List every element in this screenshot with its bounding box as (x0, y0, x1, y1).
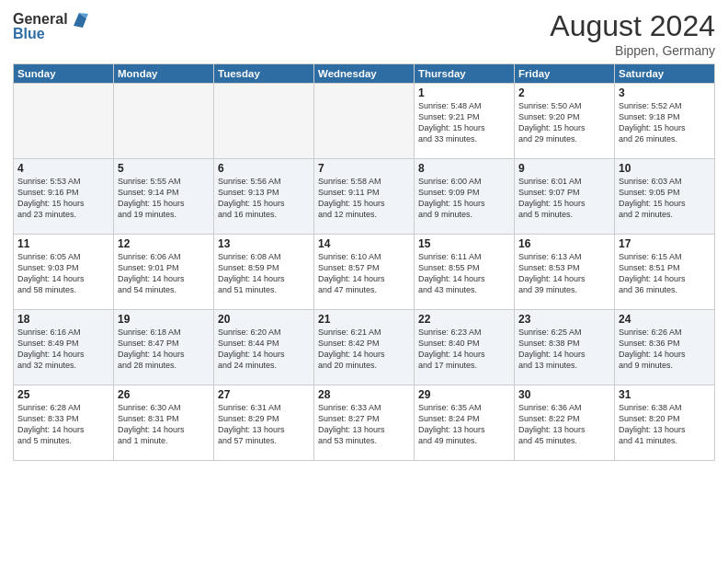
calendar-cell: 24Sunrise: 6:26 AM Sunset: 8:36 PM Dayli… (615, 310, 715, 385)
day-info: Sunrise: 6:25 AM Sunset: 8:38 PM Dayligh… (518, 327, 610, 372)
calendar-cell: 28Sunrise: 6:33 AM Sunset: 8:27 PM Dayli… (314, 385, 415, 461)
calendar-cell: 15Sunrise: 6:11 AM Sunset: 8:55 PM Dayli… (415, 235, 515, 310)
location: Bippen, Germany (550, 43, 715, 58)
calendar-cell: 11Sunrise: 6:05 AM Sunset: 9:03 PM Dayli… (14, 235, 114, 310)
header: General Blue August 2024 Bippen, Germany (13, 9, 715, 58)
day-info: Sunrise: 6:16 AM Sunset: 8:49 PM Dayligh… (17, 327, 109, 372)
logo: General Blue (13, 9, 88, 42)
day-info: Sunrise: 6:08 AM Sunset: 8:59 PM Dayligh… (218, 251, 310, 296)
day-number: 20 (218, 313, 310, 326)
calendar-cell: 18Sunrise: 6:16 AM Sunset: 8:49 PM Dayli… (14, 310, 114, 385)
calendar-cell: 19Sunrise: 6:18 AM Sunset: 8:47 PM Dayli… (114, 310, 214, 385)
day-info: Sunrise: 6:30 AM Sunset: 8:31 PM Dayligh… (118, 402, 210, 447)
calendar-week-row: 25Sunrise: 6:28 AM Sunset: 8:33 PM Dayli… (14, 385, 715, 461)
calendar-week-row: 18Sunrise: 6:16 AM Sunset: 8:49 PM Dayli… (14, 310, 715, 385)
calendar-cell: 20Sunrise: 6:20 AM Sunset: 8:44 PM Dayli… (214, 310, 314, 385)
calendar-cell: 27Sunrise: 6:31 AM Sunset: 8:29 PM Dayli… (214, 385, 314, 461)
calendar-cell: 23Sunrise: 6:25 AM Sunset: 8:38 PM Dayli… (515, 310, 615, 385)
calendar-cell: 3Sunrise: 5:52 AM Sunset: 9:18 PM Daylig… (615, 84, 715, 159)
calendar-cell: 29Sunrise: 6:35 AM Sunset: 8:24 PM Dayli… (415, 385, 515, 461)
day-number: 8 (418, 162, 510, 175)
day-info: Sunrise: 5:52 AM Sunset: 9:18 PM Dayligh… (619, 100, 711, 145)
day-info: Sunrise: 6:10 AM Sunset: 8:57 PM Dayligh… (318, 251, 410, 296)
day-info: Sunrise: 6:36 AM Sunset: 8:22 PM Dayligh… (518, 402, 610, 447)
day-number: 1 (418, 86, 510, 99)
header-tuesday: Tuesday (214, 64, 314, 84)
calendar-cell: 26Sunrise: 6:30 AM Sunset: 8:31 PM Dayli… (114, 385, 214, 461)
header-friday: Friday (515, 64, 615, 84)
day-number: 9 (518, 162, 610, 175)
day-number: 19 (118, 313, 210, 326)
day-info: Sunrise: 6:01 AM Sunset: 9:07 PM Dayligh… (518, 176, 610, 221)
calendar-cell (14, 84, 114, 159)
day-number: 24 (619, 313, 711, 326)
day-number: 15 (418, 237, 510, 250)
calendar-cell: 2Sunrise: 5:50 AM Sunset: 9:20 PM Daylig… (515, 84, 615, 159)
day-info: Sunrise: 6:38 AM Sunset: 8:20 PM Dayligh… (619, 402, 711, 447)
day-info: Sunrise: 6:11 AM Sunset: 8:55 PM Dayligh… (418, 251, 510, 296)
calendar-cell: 17Sunrise: 6:15 AM Sunset: 8:51 PM Dayli… (615, 235, 715, 310)
day-info: Sunrise: 5:58 AM Sunset: 9:11 PM Dayligh… (318, 176, 410, 221)
calendar-cell: 31Sunrise: 6:38 AM Sunset: 8:20 PM Dayli… (615, 385, 715, 461)
calendar-cell: 13Sunrise: 6:08 AM Sunset: 8:59 PM Dayli… (214, 235, 314, 310)
day-number: 12 (118, 237, 210, 250)
header-wednesday: Wednesday (314, 64, 415, 84)
calendar-cell: 14Sunrise: 6:10 AM Sunset: 8:57 PM Dayli… (314, 235, 415, 310)
day-info: Sunrise: 6:28 AM Sunset: 8:33 PM Dayligh… (17, 402, 109, 447)
calendar-cell (314, 84, 415, 159)
calendar-cell: 21Sunrise: 6:21 AM Sunset: 8:42 PM Dayli… (314, 310, 415, 385)
calendar-cell: 16Sunrise: 6:13 AM Sunset: 8:53 PM Dayli… (515, 235, 615, 310)
day-info: Sunrise: 5:53 AM Sunset: 9:16 PM Dayligh… (17, 176, 109, 221)
header-sunday: Sunday (14, 64, 114, 84)
day-number: 10 (619, 162, 711, 175)
calendar-cell: 6Sunrise: 5:56 AM Sunset: 9:13 PM Daylig… (214, 159, 314, 235)
calendar-cell (114, 84, 214, 159)
calendar-cell: 1Sunrise: 5:48 AM Sunset: 9:21 PM Daylig… (415, 84, 515, 159)
day-number: 27 (218, 388, 310, 401)
day-number: 25 (17, 388, 109, 401)
calendar-week-row: 1Sunrise: 5:48 AM Sunset: 9:21 PM Daylig… (14, 84, 715, 159)
day-number: 29 (418, 388, 510, 401)
main-container: General Blue August 2024 Bippen, Germany… (0, 0, 728, 466)
day-info: Sunrise: 6:03 AM Sunset: 9:05 PM Dayligh… (619, 176, 711, 221)
day-info: Sunrise: 6:05 AM Sunset: 9:03 PM Dayligh… (17, 251, 109, 296)
calendar-cell (214, 84, 314, 159)
day-number: 16 (518, 237, 610, 250)
calendar-table: Sunday Monday Tuesday Wednesday Thursday… (13, 63, 715, 461)
day-number: 3 (619, 86, 711, 99)
day-number: 2 (518, 86, 610, 99)
calendar-cell: 25Sunrise: 6:28 AM Sunset: 8:33 PM Dayli… (14, 385, 114, 461)
day-info: Sunrise: 6:13 AM Sunset: 8:53 PM Dayligh… (518, 251, 610, 296)
calendar-cell: 8Sunrise: 6:00 AM Sunset: 9:09 PM Daylig… (415, 159, 515, 235)
calendar-cell: 12Sunrise: 6:06 AM Sunset: 9:01 PM Dayli… (114, 235, 214, 310)
day-number: 11 (17, 237, 109, 250)
header-saturday: Saturday (615, 64, 715, 84)
day-number: 4 (17, 162, 109, 175)
calendar-cell: 9Sunrise: 6:01 AM Sunset: 9:07 PM Daylig… (515, 159, 615, 235)
calendar-cell: 7Sunrise: 5:58 AM Sunset: 9:11 PM Daylig… (314, 159, 415, 235)
calendar-week-row: 11Sunrise: 6:05 AM Sunset: 9:03 PM Dayli… (14, 235, 715, 310)
day-number: 13 (218, 237, 310, 250)
day-number: 22 (418, 313, 510, 326)
day-info: Sunrise: 6:20 AM Sunset: 8:44 PM Dayligh… (218, 327, 310, 372)
day-info: Sunrise: 6:33 AM Sunset: 8:27 PM Dayligh… (318, 402, 410, 447)
day-number: 6 (218, 162, 310, 175)
month-title: August 2024 (550, 9, 715, 43)
day-info: Sunrise: 6:18 AM Sunset: 8:47 PM Dayligh… (118, 327, 210, 372)
day-info: Sunrise: 5:50 AM Sunset: 9:20 PM Dayligh… (518, 100, 610, 145)
day-info: Sunrise: 6:00 AM Sunset: 9:09 PM Dayligh… (418, 176, 510, 221)
day-info: Sunrise: 6:26 AM Sunset: 8:36 PM Dayligh… (619, 327, 711, 372)
day-number: 23 (518, 313, 610, 326)
title-block: August 2024 Bippen, Germany (550, 9, 715, 58)
calendar-cell: 5Sunrise: 5:55 AM Sunset: 9:14 PM Daylig… (114, 159, 214, 235)
calendar-cell: 22Sunrise: 6:23 AM Sunset: 8:40 PM Dayli… (415, 310, 515, 385)
weekday-header-row: Sunday Monday Tuesday Wednesday Thursday… (14, 64, 715, 84)
day-number: 18 (17, 313, 109, 326)
day-number: 28 (318, 388, 410, 401)
logo-icon (70, 9, 88, 29)
header-monday: Monday (114, 64, 214, 84)
day-info: Sunrise: 5:48 AM Sunset: 9:21 PM Dayligh… (418, 100, 510, 145)
day-number: 26 (118, 388, 210, 401)
calendar-cell: 4Sunrise: 5:53 AM Sunset: 9:16 PM Daylig… (14, 159, 114, 235)
day-info: Sunrise: 6:35 AM Sunset: 8:24 PM Dayligh… (418, 402, 510, 447)
